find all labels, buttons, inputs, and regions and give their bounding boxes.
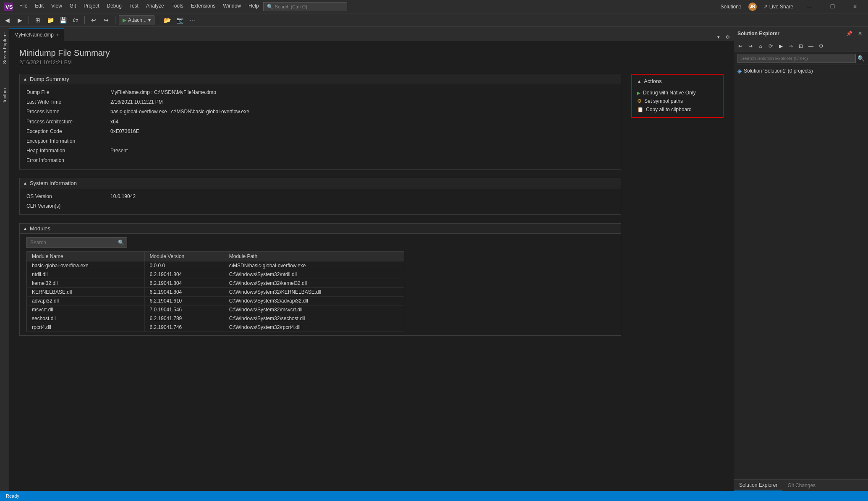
minimize-button[interactable]: —	[800, 0, 819, 13]
modules-search-box[interactable]: 🔍	[26, 237, 127, 248]
modules-header[interactable]: ▲ Modules	[19, 223, 621, 233]
menu-git[interactable]: Git	[66, 2, 79, 11]
toolbar-back-btn[interactable]: ◀	[2, 15, 13, 26]
modules-search-input[interactable]	[27, 239, 115, 246]
action-copy-clipboard[interactable]: 📋 Copy all to clipboard	[637, 105, 718, 114]
menu-tools[interactable]: Tools	[168, 2, 187, 11]
menu-debug[interactable]: Debug	[104, 2, 125, 11]
content-panel: Minidump File Summary 2/16/2021 10:12:21…	[9, 42, 734, 491]
prop-label-process-arch: Process Architecture	[26, 118, 110, 126]
se-filter-btn[interactable]: ▶	[776, 42, 785, 51]
table-row[interactable]: kernel32.dll6.2.19041.804C:\Windows\Syst…	[27, 279, 404, 287]
action-debug-native[interactable]: ▶ Debug with Native Only	[637, 89, 718, 97]
editor-area: MyFileName.dmp × ▾ ⚙ Minidump File Summa…	[9, 27, 734, 491]
table-row[interactable]: advapi32.dll6.2.19041.610C:\Windows\Syst…	[27, 296, 404, 305]
toolbar-folder-btn[interactable]: 📂	[162, 15, 173, 26]
se-solution-row[interactable]: ◈ Solution 'Solution1' (0 projects)	[736, 67, 866, 75]
se-search-icon[interactable]: 🔍	[858, 55, 865, 62]
toolbar-new-btn[interactable]: ⊞	[32, 15, 43, 26]
prop-label-error-info: Error Information	[26, 157, 110, 164]
tab-ctrl-chevron-down[interactable]: ▾	[714, 33, 723, 41]
user-badge[interactable]: JR	[748, 3, 757, 11]
toolbar-extra-btn[interactable]: ⋯	[187, 15, 198, 26]
maximize-button[interactable]: ❐	[823, 0, 842, 13]
tab-ctrl-pin[interactable]: ⚙	[724, 33, 732, 41]
modules-table-header-row: Module Name Module Version Module Path	[27, 251, 404, 261]
prop-label-os-version: OS Version	[26, 193, 110, 201]
symbol-icon: ⚙	[637, 98, 642, 104]
toolbar-forward-btn[interactable]: ▶	[14, 15, 25, 26]
se-expand-btn[interactable]: ⇒	[786, 42, 795, 51]
se-back-btn[interactable]: ↩	[736, 42, 745, 51]
actions-col: ▲ Actions ▶ Debug with Native Only ⚙	[631, 74, 724, 344]
left-sidebar: Server Explorer Toolbox	[0, 27, 9, 491]
se-forward-btn[interactable]: ↪	[746, 42, 755, 51]
close-button[interactable]: ✕	[845, 0, 865, 13]
attach-dropdown-icon: ▾	[148, 17, 151, 23]
menu-bar: File Edit View Git Project Debug Test An…	[16, 2, 714, 11]
se-search-input[interactable]	[737, 54, 856, 63]
table-row[interactable]: rpcrt4.dll6.2.19041.746C:\Windows\System…	[27, 323, 404, 331]
live-share-button[interactable]: ↗ Live Share	[760, 2, 797, 11]
se-home-btn[interactable]: ⌂	[756, 42, 765, 51]
prop-error-info: Error Information	[26, 156, 614, 165]
prop-value-os-version: 10.0.19042	[110, 193, 136, 201]
toolbar-open-btn[interactable]: 📁	[45, 15, 56, 26]
se-settings-btn[interactable]: ⚙	[816, 42, 826, 51]
solution-icon: ◈	[737, 68, 742, 74]
prop-value-process-name: basic-global-overflow.exe : c:\MSDN\basi…	[110, 108, 249, 116]
solution-title: Solution1	[714, 4, 748, 10]
menu-analyze[interactable]: Analyze	[143, 2, 167, 11]
dump-summary-chevron: ▲	[23, 77, 27, 81]
menu-edit[interactable]: Edit	[31, 2, 47, 11]
se-solution-label: Solution 'Solution1' (0 projects)	[744, 68, 813, 74]
toolbar-save-btn[interactable]: 💾	[58, 15, 68, 26]
se-sync-btn[interactable]: ⟳	[766, 42, 775, 51]
table-row[interactable]: ntdll.dll6.2.19041.804C:\Windows\System3…	[27, 270, 404, 279]
menu-extensions[interactable]: Extensions	[188, 2, 219, 11]
toolbar-redo-btn[interactable]: ↪	[101, 15, 112, 26]
table-row[interactable]: KERNELBASE.dll6.2.19041.804C:\Windows\Sy…	[27, 287, 404, 296]
prop-label-clr-version: CLR Version(s)	[26, 202, 110, 210]
prop-value-heap-info: Present	[110, 147, 128, 155]
tab-close-icon[interactable]: ×	[56, 33, 59, 37]
toolbar-undo-btn[interactable]: ↩	[88, 15, 99, 26]
attach-button[interactable]: ▶ Attach... ▾	[119, 15, 154, 25]
modules-section: ▲ Modules 🔍	[19, 223, 621, 336]
dump-file-tab[interactable]: MyFileName.dmp ×	[9, 28, 64, 41]
se-bottom-tab-git[interactable]: Git Changes	[782, 481, 821, 490]
se-bottom-tab-solution[interactable]: Solution Explorer	[734, 480, 782, 491]
title-search-box[interactable]: 🔍 Search (Ctrl+Q)	[263, 2, 347, 11]
prop-heap-info: Heap Information Present	[26, 146, 614, 156]
table-row[interactable]: basic-global-overflow.exe0.0.0.0c\MSDN\b…	[27, 261, 404, 270]
actions-list: ▶ Debug with Native Only ⚙ Set symbol pa…	[637, 89, 718, 114]
title-bar: VS File Edit View Git Project Debug Test…	[0, 0, 868, 13]
menu-view[interactable]: View	[48, 2, 65, 11]
dump-sections-col: ▲ Dump Summary Dump File MyFileName.dmp …	[19, 74, 621, 344]
menu-project[interactable]: Project	[80, 2, 102, 11]
se-pin-btn[interactable]: 📌	[844, 29, 854, 38]
menu-test[interactable]: Test	[126, 2, 142, 11]
modules-chevron: ▲	[23, 226, 27, 231]
toolbar-save-all-btn[interactable]: 🗂	[70, 15, 81, 26]
menu-window[interactable]: Window	[220, 2, 244, 11]
modules-title: Modules	[30, 225, 50, 232]
dump-summary-header[interactable]: ▲ Dump Summary	[19, 74, 621, 84]
toolbar-sep1	[29, 16, 29, 24]
toolbox-tab[interactable]: Toolbox	[1, 84, 8, 107]
toolbar-screenshot-btn[interactable]: 📷	[174, 15, 185, 26]
menu-help[interactable]: Help	[245, 2, 262, 11]
se-collapse-btn[interactable]: ⊡	[796, 42, 805, 51]
server-explorer-tab[interactable]: Server Explorer	[1, 29, 8, 67]
menu-file[interactable]: File	[16, 2, 31, 11]
action-set-symbol[interactable]: ⚙ Set symbol paths	[637, 97, 718, 105]
table-row[interactable]: msvcrt.dll7.0.19041.546C:\Windows\System…	[27, 305, 404, 314]
table-row[interactable]: sechost.dll6.2.19041.789C:\Windows\Syste…	[27, 314, 404, 323]
system-info-header[interactable]: ▲ System Information	[19, 178, 621, 188]
tab-label: MyFileName.dmp	[14, 32, 54, 38]
col-module-path: Module Path	[224, 251, 404, 261]
se-close-btn[interactable]: ✕	[855, 29, 865, 38]
prop-last-write: Last Write Time 2/16/2021 10:12:21 PM	[26, 97, 614, 107]
search-icon: 🔍	[267, 4, 273, 10]
se-show-all-btn[interactable]: —	[806, 42, 816, 51]
